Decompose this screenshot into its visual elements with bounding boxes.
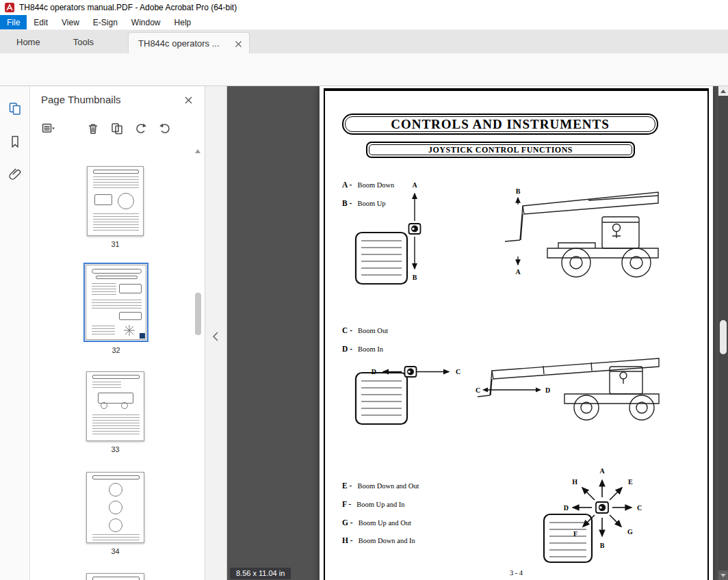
section-title-box: CONTROLS AND INSTRUMENTS xyxy=(342,114,658,135)
thumbnail-page-31[interactable]: 31 xyxy=(87,166,144,248)
menu-esign[interactable]: E-Sign xyxy=(86,15,125,29)
diagram-label-d: D xyxy=(372,368,376,375)
scroll-up-button[interactable] xyxy=(718,86,728,96)
legend-item: D - Boom In xyxy=(342,345,383,353)
panel-title: Page Thumbnails xyxy=(41,94,120,105)
legend-key: D - xyxy=(342,345,352,353)
tab-tools[interactable]: Tools xyxy=(57,30,110,53)
legend-desc: Boom Up and Out xyxy=(359,519,411,527)
thumb-decor xyxy=(92,577,140,580)
legend-key: G - xyxy=(342,518,353,527)
menu-view[interactable]: View xyxy=(55,15,86,29)
thumbnail-page-34[interactable]: 34 xyxy=(86,472,144,555)
menu-bar: File Edit View E-Sign Window Help xyxy=(0,15,728,30)
legend-item: E - Boom Down and Out xyxy=(342,482,419,490)
tab-home[interactable]: Home xyxy=(0,30,57,53)
panel-gutter xyxy=(205,86,227,580)
acrobat-window: TH844c operators manual.PDF - Adobe Acro… xyxy=(0,0,728,580)
illustration-label-c: C xyxy=(476,386,480,394)
thumbnail-image xyxy=(86,573,144,580)
legend-key: C - xyxy=(342,326,352,334)
thumb-decor xyxy=(92,300,142,311)
thumb-decor xyxy=(92,283,116,295)
section-title: CONTROLS AND INSTRUMENTS xyxy=(345,116,655,132)
thumbnail-page-32[interactable]: 32 xyxy=(83,263,148,354)
star-label-se: G xyxy=(627,528,633,536)
menu-edit[interactable]: Edit xyxy=(27,15,55,29)
tab-bar: Home Tools TH844c operators ... xyxy=(0,30,728,53)
bookmarks-icon[interactable] xyxy=(8,134,23,149)
thumbnail-image xyxy=(86,265,146,340)
rotate-clockwise-icon[interactable] xyxy=(158,122,172,135)
thumb-decor xyxy=(92,269,142,274)
legend-desc: Boom Up and In xyxy=(356,501,404,508)
scroll-down-button[interactable] xyxy=(718,570,728,580)
thumbnail-page-33[interactable]: 33 xyxy=(86,371,144,453)
thumbnail-options-icon[interactable] xyxy=(41,122,55,135)
legend-key: E - xyxy=(342,482,352,490)
page-frame xyxy=(324,88,709,91)
thumb-decor xyxy=(119,284,142,293)
thumbnail-page-partial[interactable] xyxy=(86,573,144,580)
page-size-tooltip: 8.56 x 11.04 in xyxy=(230,568,291,579)
menu-help[interactable]: Help xyxy=(168,15,198,29)
thumbnail-image xyxy=(87,166,144,236)
extract-pages-icon[interactable] xyxy=(110,122,124,135)
document-view[interactable]: CONTROLS AND INSTRUMENTS JOYSTICK CONTRO… xyxy=(227,86,728,580)
page-footer-number: 3 - 4 xyxy=(320,569,713,577)
panel-scrollbar-thumb[interactable] xyxy=(195,293,201,335)
telehandler-boom-inout-illustration: C D xyxy=(476,342,667,427)
thumb-decor xyxy=(92,375,140,379)
telehandler-boom-updown-illustration: B A xyxy=(499,174,667,284)
legend-item: C - Boom Out xyxy=(342,326,388,334)
thumb-decor xyxy=(93,170,139,174)
thumb-decor xyxy=(93,213,139,233)
legend-item: H - Boom Down and In xyxy=(342,536,415,544)
diagram-label-c: C xyxy=(456,368,460,375)
thumbnail-selection-border xyxy=(83,263,148,342)
document-scrollbar-thumb[interactable] xyxy=(720,320,727,354)
panel-scroll-up-icon[interactable] xyxy=(195,149,200,153)
attachments-icon[interactable] xyxy=(8,166,23,181)
star-label-nw: H xyxy=(572,478,577,486)
acrobat-app-icon xyxy=(5,3,14,12)
thumb-decor xyxy=(119,312,142,320)
thumbnail-page-number: 32 xyxy=(83,346,148,354)
main-toolbar: / 94 60.4% xyxy=(0,53,728,86)
page-frame xyxy=(707,88,709,580)
thumb-decor xyxy=(92,382,121,390)
legend-desc: Boom Down and In xyxy=(359,537,415,544)
thumb-selection-mark xyxy=(140,333,145,339)
collapse-panel-icon[interactable] xyxy=(211,331,220,342)
thumb-decor xyxy=(109,483,122,497)
tab-document-label: TH844c operators ... xyxy=(138,38,220,49)
thumb-decor xyxy=(92,414,140,436)
rotate-counterclockwise-icon[interactable] xyxy=(134,122,148,135)
star-label-sw: F xyxy=(573,530,577,538)
legend-item: G - Boom Up and Out xyxy=(342,518,411,527)
window-title: TH844c operators manual.PDF - Adobe Acro… xyxy=(19,3,237,12)
triangle-down-icon xyxy=(720,574,726,577)
thumb-decor xyxy=(92,534,140,541)
tab-close-icon[interactable] xyxy=(235,40,242,47)
document-scrollbar[interactable] xyxy=(718,86,728,580)
delete-page-icon[interactable] xyxy=(86,122,100,135)
tab-document[interactable]: TH844c operators ... xyxy=(128,32,250,53)
menu-window[interactable]: Window xyxy=(125,15,168,29)
legend-item: F - Boom Up and In xyxy=(342,500,405,508)
menu-file[interactable]: File xyxy=(0,15,27,29)
legend-desc: Boom In xyxy=(358,345,383,353)
thumbnail-page-number: 33 xyxy=(86,445,144,453)
thumb-decor xyxy=(123,324,135,337)
thumbnail-image xyxy=(86,472,144,543)
diagram-label-b: B xyxy=(413,274,417,281)
star-label-e: C xyxy=(637,504,642,512)
joystick-eight-direction-diagram: A E C G B F D H xyxy=(541,460,647,568)
panel-close-icon[interactable] xyxy=(183,95,194,105)
joystick-updown-diagram: A B xyxy=(350,175,429,291)
diagram-label-a: A xyxy=(412,181,417,189)
thumb-decor xyxy=(118,193,134,209)
thumb-decor xyxy=(93,176,139,190)
page-thumbnails-icon[interactable] xyxy=(8,101,23,116)
thumb-decor xyxy=(94,194,112,205)
